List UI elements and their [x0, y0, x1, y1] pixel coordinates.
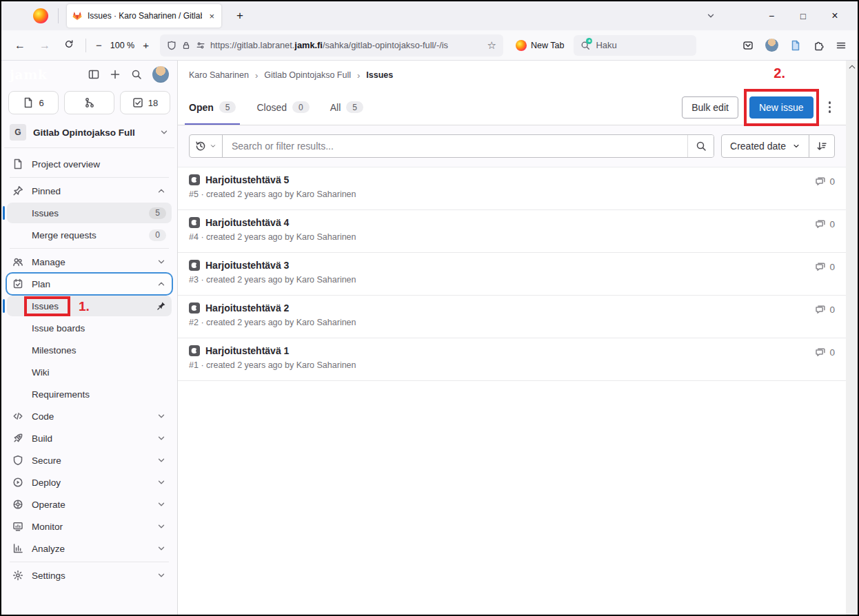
window-maximize-button[interactable]: □	[787, 11, 819, 21]
issue-row[interactable]: Harjoitustehtävä 3 #3 · created 2 years …	[178, 253, 846, 296]
issue-title[interactable]: Harjoitustehtävä 2	[205, 302, 289, 314]
search-history-button[interactable]	[190, 135, 223, 157]
create-new-icon[interactable]	[110, 69, 121, 80]
merge-requests-button[interactable]	[64, 91, 114, 114]
extensions-icon[interactable]	[813, 40, 824, 51]
comments-icon	[815, 218, 826, 229]
tab-close-icon[interactable]: ×	[208, 11, 216, 21]
search-submit-button[interactable]	[687, 135, 714, 157]
zoom-level[interactable]: 100 %	[109, 41, 136, 50]
issue-comments[interactable]: 0	[815, 176, 835, 187]
sidebar-item-pinned-merge-requests[interactable]: Merge requests 0	[7, 225, 172, 245]
sidebar-item-plan-issues[interactable]: Issues 1.	[7, 296, 172, 316]
jamk-logo[interactable]: jamk	[10, 67, 47, 82]
lock-icon[interactable]	[181, 41, 191, 50]
url-text[interactable]: https://gitlab.labranet.jamk.fi/sahka/gi…	[210, 40, 483, 50]
issue-comments[interactable]: 0	[815, 304, 835, 315]
page-scrollbar[interactable]	[846, 61, 858, 615]
gitlab-page: jamk 6 18 G G	[1, 61, 858, 615]
issue-comments[interactable]: 0	[815, 347, 835, 358]
sidebar-page-icon[interactable]	[790, 40, 801, 51]
search-icon[interactable]	[131, 69, 142, 80]
issue-title[interactable]: Harjoitustehtävä 1	[205, 345, 289, 356]
sidebar-item-requirements[interactable]: Requirements	[7, 384, 172, 404]
browser-tab-bar: Issues · Karo Saharinen / Gitlab × + − □…	[1, 1, 858, 30]
chevron-down-icon	[156, 500, 166, 509]
sidebar-item-issue-boards[interactable]: Issue boards	[7, 318, 172, 338]
issue-list: Harjoitustehtävä 5 #5 · created 2 years …	[178, 167, 846, 615]
firefox-logo-icon[interactable]	[33, 8, 48, 23]
issue-comments[interactable]: 0	[815, 261, 835, 272]
forward-button[interactable]: →	[33, 39, 57, 52]
sidebar-item-monitor[interactable]: Monitor	[7, 516, 172, 537]
sidebar-item-build[interactable]: Build	[7, 428, 172, 449]
window-close-button[interactable]: ×	[819, 10, 851, 22]
sidebar-item-settings[interactable]: Settings	[7, 565, 172, 586]
zoom-in-button[interactable]: +	[139, 39, 153, 51]
sidebar-item-pinned-issues[interactable]: Issues 5	[7, 203, 172, 223]
todos-count: 18	[148, 98, 158, 108]
bookmark-star-icon[interactable]: ☆	[487, 39, 496, 52]
zoom-out-button[interactable]: −	[92, 39, 106, 51]
list-all-tabs-icon[interactable]	[706, 11, 716, 21]
closed-count-badge: 0	[292, 101, 310, 113]
search-engine-icon: +	[580, 41, 590, 50]
tracking-protection-icon[interactable]	[167, 41, 176, 50]
breadcrumb-group[interactable]: Karo Saharinen	[189, 70, 249, 80]
assigned-issues-button[interactable]: 6	[8, 91, 59, 114]
bookmark-new-tab[interactable]: New Tab	[510, 40, 569, 51]
address-bar[interactable]: https://gitlab.labranet.jamk.fi/sahka/gi…	[160, 34, 503, 57]
search-input[interactable]	[223, 135, 687, 157]
tab-closed[interactable]: Closed 0	[256, 90, 309, 125]
pocket-icon[interactable]	[742, 40, 754, 51]
permissions-icon[interactable]	[196, 41, 205, 50]
sidebar-item-deploy[interactable]: Deploy	[7, 472, 172, 493]
window-minimize-button[interactable]: −	[756, 10, 787, 21]
reload-button[interactable]	[58, 39, 80, 52]
issue-row[interactable]: Harjoitustehtävä 1 #1 · created 2 years …	[178, 338, 846, 381]
profile-avatar[interactable]	[765, 39, 778, 52]
menu-icon[interactable]	[836, 40, 847, 51]
sort-by-dropdown[interactable]: Created date	[722, 135, 809, 157]
issue-row[interactable]: Harjoitustehtävä 4 #4 · created 2 years …	[178, 210, 846, 253]
project-selector[interactable]: G Gitlab Opintojakso Full	[1, 119, 177, 145]
issue-title[interactable]: Harjoitustehtävä 5	[205, 174, 289, 185]
sidebar-item-analyze[interactable]: Analyze	[7, 538, 172, 559]
todo-list-button[interactable]: 18	[120, 91, 170, 114]
tab-all[interactable]: All 5	[330, 90, 363, 125]
scroll-up-icon[interactable]	[848, 63, 856, 71]
bulk-edit-button[interactable]: Bulk edit	[682, 96, 738, 119]
sidebar-item-pinned[interactable]: Pinned	[7, 181, 172, 201]
pinned-pin-icon[interactable]	[156, 301, 166, 311]
toolbar-separator	[85, 39, 86, 52]
sidebar-item-secure[interactable]: Secure	[7, 450, 172, 471]
sidebar-divider	[10, 177, 169, 178]
new-tab-button[interactable]: +	[231, 8, 249, 24]
breadcrumb-project[interactable]: Gitlab Opintojakso Full	[264, 70, 351, 80]
issue-comments[interactable]: 0	[815, 218, 835, 229]
project-avatar: G	[10, 124, 26, 141]
sidebar-item-milestones[interactable]: Milestones	[7, 340, 172, 360]
issue-title[interactable]: Harjoitustehtävä 4	[205, 217, 289, 228]
sidebar-item-manage[interactable]: Manage	[7, 251, 172, 272]
zoom-controls: − 100 % +	[92, 39, 153, 51]
browser-tab-active[interactable]: Issues · Karo Saharinen / Gitlab ×	[67, 4, 221, 28]
sidebar-item-wiki[interactable]: Wiki	[7, 362, 172, 382]
sidebar-item-plan[interactable]: Plan	[7, 274, 172, 294]
browser-toolbar: ← → − 100 % + https://gitlab.labranet.ja…	[1, 30, 858, 61]
sidebar-item-project-overview[interactable]: Project overview	[7, 154, 172, 174]
sidebar-item-operate[interactable]: Operate	[7, 494, 172, 515]
issue-row[interactable]: Harjoitustehtävä 5 #5 · created 2 years …	[178, 167, 846, 210]
tab-open[interactable]: Open 5	[189, 90, 236, 125]
sidebar-item-code[interactable]: Code	[7, 406, 172, 427]
issue-row[interactable]: Harjoitustehtävä 2 #2 · created 2 years …	[178, 296, 846, 338]
sort-direction-button[interactable]	[809, 135, 834, 157]
sidebar-divider	[4, 147, 174, 148]
back-button[interactable]: ←	[8, 39, 32, 52]
user-avatar[interactable]	[152, 66, 169, 83]
sidebar-toggle-icon[interactable]	[88, 69, 99, 80]
browser-search-field[interactable]: + Haku	[574, 35, 696, 56]
more-actions-icon[interactable]	[825, 99, 836, 116]
gitlab-sidebar: jamk 6 18 G G	[1, 61, 178, 615]
issue-title[interactable]: Harjoitustehtävä 3	[205, 260, 289, 271]
